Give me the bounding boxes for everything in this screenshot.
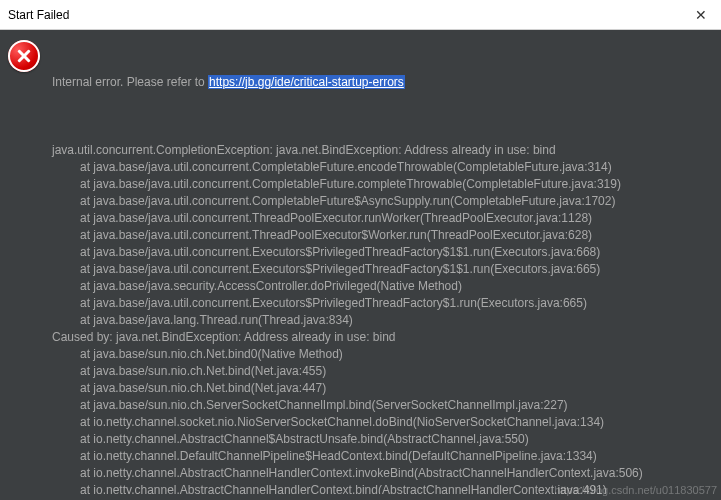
stack-line: at java.base/java.util.concurrent.Comple… [52,159,713,176]
stack-line: at java.base/java.util.concurrent.Execut… [52,244,713,261]
stack-line: at java.base/java.util.concurrent.Comple… [52,176,713,193]
stack-line: at java.base/sun.nio.ch.Net.bind(Net.jav… [52,380,713,397]
icon-column [6,36,50,494]
stack-line: at java.base/java.util.concurrent.Execut… [52,295,713,312]
close-button[interactable]: ✕ [681,0,721,30]
stack-line: at java.base/java.util.concurrent.Execut… [52,261,713,278]
stack-line: at java.base/java.util.concurrent.Thread… [52,227,713,244]
stack-line: at java.base/sun.nio.ch.Net.bind(Net.jav… [52,363,713,380]
stack-line: java.util.concurrent.CompletionException… [52,142,713,159]
error-icon [8,40,40,72]
stack-trace: java.util.concurrent.CompletionException… [52,142,713,494]
stack-line: at io.netty.channel.DefaultChannelPipeli… [52,448,713,465]
intro-text: Internal error. Please refer to [52,75,208,89]
stack-line: at io.netty.channel.AbstractChannelHandl… [52,465,713,482]
window-title: Start Failed [8,8,681,22]
stack-line: at java.base/java.util.concurrent.Comple… [52,193,713,210]
stack-line: at java.base/java.security.AccessControl… [52,278,713,295]
dialog-content: Internal error. Please refer to https://… [0,30,721,500]
stack-line: at java.base/java.lang.Thread.run(Thread… [52,312,713,329]
stack-line: at io.netty.channel.socket.nio.NioServer… [52,414,713,431]
error-message-area[interactable]: Internal error. Please refer to https://… [50,36,715,494]
titlebar: Start Failed ✕ [0,0,721,30]
close-icon: ✕ [695,7,707,23]
stack-line: at java.base/java.util.concurrent.Thread… [52,210,713,227]
stack-line: at java.base/sun.nio.ch.ServerSocketChan… [52,397,713,414]
stack-line: at io.netty.channel.AbstractChannel$Abst… [52,431,713,448]
stack-line: at java.base/sun.nio.ch.Net.bind0(Native… [52,346,713,363]
stack-line: Caused by: java.net.BindException: Addre… [52,329,713,346]
intro-line: Internal error. Please refer to https://… [52,74,713,91]
help-link[interactable]: https://jb.gg/ide/critical-startup-error… [208,75,405,89]
stack-line: at io.netty.channel.AbstractChannelHandl… [52,482,713,494]
